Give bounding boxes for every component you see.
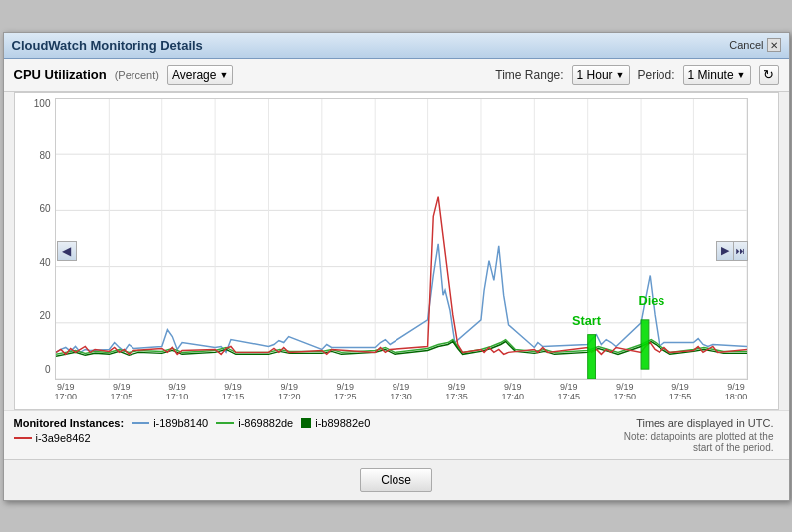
nav-left-button[interactable]: ◀ xyxy=(57,241,77,261)
metric-unit: (Percent) xyxy=(115,69,159,81)
legend-item-0: i-189b8140 xyxy=(132,417,208,429)
close-button[interactable]: Close xyxy=(360,468,432,492)
x-label-10: 9/1917:50 xyxy=(614,382,637,409)
utc-notes: Times are displayed in UTC. Note: datapo… xyxy=(624,417,779,453)
metric-label: CPU Utilization xyxy=(14,67,107,82)
x-label-12: 9/1918:00 xyxy=(725,382,748,409)
period-label: Period: xyxy=(638,68,675,82)
nav-right-buttons: ▶ ⏭ xyxy=(716,241,748,261)
legend-row2: i-3a9e8462 xyxy=(14,432,624,444)
nav-right-end-button[interactable]: ⏭ xyxy=(734,241,748,261)
chart-svg: Start Dies xyxy=(56,99,747,379)
utc-note: Times are displayed in UTC. xyxy=(624,417,779,429)
x-label-6: 9/1917:30 xyxy=(390,382,412,409)
y-label-40: 40 xyxy=(17,257,51,268)
x-label-0: 9/1917:00 xyxy=(55,382,78,409)
y-axis: 0 20 40 60 80 100 xyxy=(15,93,55,380)
legend-item-1: i-869882de xyxy=(216,417,293,429)
stat-select-arrow: ▼ xyxy=(219,70,228,80)
svg-text:Dies: Dies xyxy=(638,293,664,308)
refresh-button[interactable]: ↻ xyxy=(759,65,779,85)
dialog-title: CloudWatch Monitoring Details xyxy=(12,38,203,53)
x-label-4: 9/1917:20 xyxy=(278,382,301,409)
svg-text:Start: Start xyxy=(572,312,602,327)
x-label-2: 9/1917:10 xyxy=(166,382,189,409)
chart-area: Start Dies xyxy=(55,98,748,380)
x-label-5: 9/1917:25 xyxy=(334,382,357,409)
nav-right-button[interactable]: ▶ xyxy=(716,241,734,261)
svg-rect-19 xyxy=(641,319,649,368)
period-select[interactable]: 1 Minute ▼ xyxy=(683,65,751,85)
cloudwatch-dialog: CloudWatch Monitoring Details Cancel ✕ C… xyxy=(3,32,790,501)
title-bar: CloudWatch Monitoring Details Cancel ✕ xyxy=(4,33,789,59)
y-label-60: 60 xyxy=(17,203,51,214)
bottom-bar: Close xyxy=(4,459,789,500)
y-label-20: 20 xyxy=(17,310,51,321)
legend-row: Monitored Instances: i-189b8140 i-869882… xyxy=(4,410,789,459)
legend-id-0: i-189b8140 xyxy=(153,417,208,429)
data-note: Note: datapoints are plotted at thestart… xyxy=(624,431,779,453)
cancel-label: Cancel xyxy=(729,39,763,51)
period-arrow: ▼ xyxy=(737,70,746,80)
legend-item-2: i-b89882e0 xyxy=(301,417,370,429)
y-label-0: 0 xyxy=(17,364,51,375)
legend-section: Monitored Instances: i-189b8140 i-869882… xyxy=(14,417,624,444)
svg-rect-18 xyxy=(587,334,595,378)
x-label-3: 9/1917:15 xyxy=(222,382,245,409)
time-range-label: Time Range: xyxy=(495,68,563,82)
y-label-80: 80 xyxy=(17,150,51,161)
chart-container: 0 20 40 60 80 100 ◀ xyxy=(14,92,779,410)
chart-toolbar: CPU Utilization (Percent) Average ▼ Time… xyxy=(4,59,789,92)
y-label-100: 100 xyxy=(17,98,51,109)
legend-id-2: i-b89882e0 xyxy=(315,417,370,429)
time-range-select[interactable]: 1 Hour ▼ xyxy=(572,65,630,85)
stat-select[interactable]: Average ▼ xyxy=(167,65,233,85)
x-axis: 9/1917:00 9/1917:05 9/1917:10 9/1917:15 … xyxy=(55,382,748,409)
x-label-8: 9/1917:40 xyxy=(501,382,524,409)
x-label-9: 9/1917:45 xyxy=(557,382,580,409)
legend-items-row: Monitored Instances: i-189b8140 i-869882… xyxy=(14,417,624,429)
legend-id-1: i-869882de xyxy=(238,417,293,429)
legend-id-3: i-3a9e8462 xyxy=(36,432,91,444)
x-label-7: 9/1917:35 xyxy=(445,382,468,409)
legend-title: Monitored Instances: xyxy=(14,417,125,429)
cancel-button[interactable]: Cancel ✕ xyxy=(729,38,780,52)
time-range-arrow: ▼ xyxy=(616,70,625,80)
close-x-button[interactable]: ✕ xyxy=(767,38,781,52)
x-label-11: 9/1917:55 xyxy=(669,382,692,409)
x-label-1: 9/1917:05 xyxy=(111,382,133,409)
legend-item-3: i-3a9e8462 xyxy=(14,432,91,444)
